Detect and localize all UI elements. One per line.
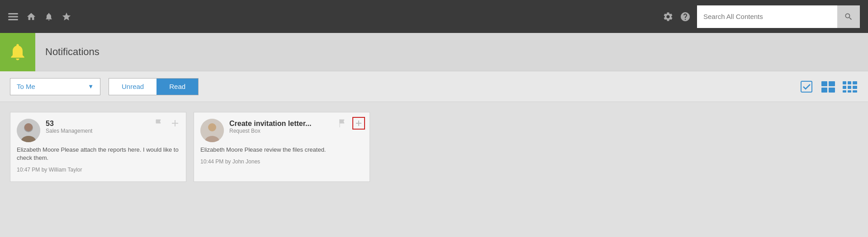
filter-dropdown[interactable]: To Me ▼	[10, 78, 100, 95]
svg-rect-3	[801, 81, 812, 92]
svg-rect-6	[821, 88, 827, 93]
svg-point-27	[208, 123, 216, 131]
svg-rect-8	[843, 81, 846, 84]
card-2-body: Elizabeth Moore Please review the files …	[200, 146, 363, 154]
card-2-flag-button[interactable]	[336, 117, 349, 130]
bell-icon-wrap	[0, 33, 35, 71]
svg-rect-1	[8, 16, 18, 17]
svg-rect-14	[843, 90, 846, 93]
page-header: Notifications	[0, 33, 868, 71]
svg-rect-12	[848, 86, 851, 89]
card-1-title-area: 53 Sales Management	[46, 119, 92, 134]
tab-group: Unread Read	[109, 78, 199, 95]
tab-read[interactable]: Read	[157, 79, 198, 95]
card-2-footer: 10:44 PM by John Jones	[200, 158, 363, 165]
home-icon[interactable]	[26, 12, 36, 22]
card-1-subtitle: Sales Management	[46, 128, 92, 134]
chevron-down-icon: ▼	[88, 83, 94, 90]
notification-card-1: 53 Sales Management Elizabeth Moore Plea…	[10, 112, 186, 182]
cards-area: 53 Sales Management Elizabeth Moore Plea…	[0, 102, 868, 192]
navbar-right	[663, 5, 860, 28]
card-2-actions	[336, 117, 365, 130]
grid-view-icon[interactable]	[842, 79, 858, 95]
menu-icon[interactable]	[8, 13, 18, 20]
compact-view-icon[interactable]	[820, 79, 836, 95]
tab-unread[interactable]: Unread	[109, 79, 157, 95]
svg-rect-4	[821, 81, 827, 86]
svg-rect-5	[829, 81, 835, 86]
svg-rect-10	[853, 81, 857, 84]
card-2-title: Create invitation letter...	[229, 120, 311, 128]
svg-rect-0	[8, 13, 18, 14]
card-2-add-button[interactable]	[352, 117, 365, 130]
select-all-checkbox-icon[interactable]	[798, 79, 815, 95]
search-input[interactable]	[697, 5, 837, 28]
toolbar: To Me ▼ Unread Read	[0, 71, 868, 102]
svg-rect-15	[848, 90, 851, 93]
card-1-actions	[152, 117, 181, 130]
svg-rect-2	[8, 19, 18, 20]
svg-point-22	[24, 123, 33, 131]
notifications-bell-icon[interactable]	[44, 12, 53, 22]
card-1-add-button[interactable]	[169, 117, 181, 130]
card-1-flag-button[interactable]	[152, 117, 165, 130]
card-2-avatar	[200, 119, 224, 142]
svg-rect-9	[848, 81, 851, 84]
card-1-body: Elizabeth Moore Please attach the report…	[17, 146, 180, 162]
page-title: Notifications	[45, 46, 100, 58]
card-1-title: 53	[46, 120, 92, 128]
help-icon[interactable]	[680, 11, 691, 22]
view-controls	[798, 79, 858, 95]
favorites-star-icon[interactable]	[62, 12, 71, 22]
navbar	[0, 0, 868, 33]
svg-rect-7	[829, 88, 835, 93]
search-bar	[697, 5, 860, 28]
svg-rect-13	[853, 86, 857, 89]
filter-label: To Me	[17, 83, 35, 90]
settings-gear-icon[interactable]	[663, 11, 674, 22]
card-1-footer: 10:47 PM by William Taylor	[17, 167, 180, 173]
card-2-title-area: Create invitation letter... Request Box	[229, 119, 311, 134]
svg-rect-11	[843, 86, 846, 89]
card-2-subtitle: Request Box	[229, 128, 311, 134]
notification-card-2: Create invitation letter... Request Box …	[194, 112, 370, 182]
card-1-avatar	[17, 119, 40, 142]
search-button[interactable]	[837, 5, 860, 28]
svg-rect-16	[853, 90, 857, 93]
